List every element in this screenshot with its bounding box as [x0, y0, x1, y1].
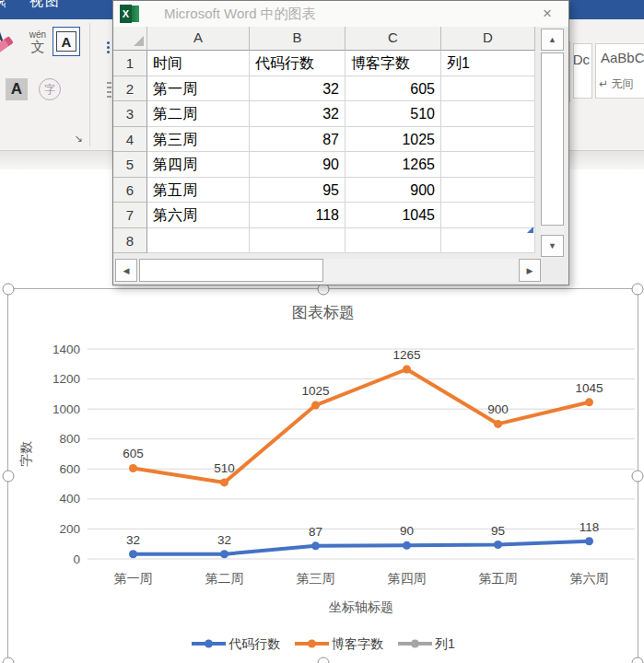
phonetic-guide-button[interactable]: wén 文: [26, 27, 50, 58]
scroll-down-button[interactable]: ▼: [541, 235, 564, 257]
character-border-icon: A: [56, 31, 76, 52]
y-axis-ticks: 0200400600800100012001400: [53, 343, 80, 566]
cell-A4[interactable]: 第三周: [147, 127, 250, 153]
selection-handle-sw[interactable]: [3, 657, 15, 663]
column-header-c[interactable]: C: [345, 27, 441, 51]
cell-C4[interactable]: 1025: [345, 127, 441, 153]
selection-handle-se[interactable]: [632, 657, 644, 663]
cell-D7[interactable]: [441, 203, 535, 228]
cell-D3[interactable]: [441, 101, 535, 127]
cell-A3[interactable]: 第二周: [147, 101, 250, 127]
cell-D1[interactable]: 列1: [441, 51, 535, 76]
cell-B1[interactable]: 代码行数: [250, 51, 345, 76]
sheet-rows: 1时间代码行数博客字数列12第一周326053第二周325104第三周87102…: [113, 51, 535, 253]
cell-D2[interactable]: [441, 76, 535, 102]
row-header-8[interactable]: 8: [113, 228, 147, 254]
cell-B3[interactable]: 32: [250, 101, 345, 127]
row-header-2[interactable]: 2: [113, 76, 147, 102]
svg-text:32: 32: [126, 533, 140, 547]
vertical-scrollbar[interactable]: ▲ ▼: [541, 28, 564, 258]
cell-A1[interactable]: 时间: [147, 51, 250, 76]
cell-B6[interactable]: 95: [250, 178, 345, 204]
close-icon[interactable]: ×: [533, 3, 561, 25]
svg-text:1000: 1000: [53, 402, 80, 416]
cell-A7[interactable]: 第六周: [147, 203, 250, 228]
vertical-scroll-thumb[interactable]: [541, 52, 564, 226]
scroll-left-button[interactable]: ◀: [115, 259, 137, 282]
cell-B5[interactable]: 90: [250, 152, 345, 178]
cell-C8[interactable]: [345, 228, 441, 254]
svg-text:第三周: 第三周: [297, 571, 335, 586]
cell-A2[interactable]: 第一周: [147, 76, 250, 102]
popup-body: A B C D 1时间代码行数博客字数列12第一周326053第二周325104…: [113, 27, 568, 285]
cell-C5[interactable]: 1265: [345, 152, 441, 178]
svg-text:第五周: 第五周: [479, 571, 518, 586]
cell-D4[interactable]: [441, 127, 535, 153]
ribbon-tab-view[interactable]: 视图: [29, 0, 61, 10]
data-range-corner-handle[interactable]: [527, 227, 533, 233]
column-header-d[interactable]: D: [441, 27, 535, 51]
selection-handle-w[interactable]: [3, 471, 15, 483]
svg-text:95: 95: [491, 524, 505, 538]
selection-handle-nw[interactable]: [3, 284, 15, 296]
cell-D5[interactable]: [441, 152, 535, 178]
svg-text:博客字数: 博客字数: [332, 636, 383, 651]
cell-A8[interactable]: [147, 228, 250, 254]
chart-title[interactable]: 图表标题: [292, 304, 355, 321]
cell-A5[interactable]: 第四周: [147, 152, 250, 178]
selection-handle-e[interactable]: [632, 471, 644, 483]
style-card-partial[interactable]: Dc: [573, 43, 592, 99]
column-header-a[interactable]: A: [147, 27, 250, 51]
character-shading-button[interactable]: A: [3, 76, 30, 102]
svg-text:400: 400: [59, 492, 80, 506]
row-header-1[interactable]: 1: [113, 51, 147, 76]
scroll-up-button[interactable]: ▲: [541, 29, 564, 51]
scroll-right-button[interactable]: ▶: [519, 259, 541, 282]
row-header-6[interactable]: 6: [113, 178, 147, 204]
gridlines: [88, 349, 635, 559]
cell-A6[interactable]: 第五周: [147, 178, 250, 204]
table-row: 3第二周32510: [113, 101, 535, 127]
character-border-button[interactable]: A: [53, 27, 80, 56]
cell-C6[interactable]: 900: [345, 178, 441, 204]
horizontal-scroll-thumb[interactable]: [139, 259, 323, 282]
cell-B7[interactable]: 118: [250, 203, 345, 228]
cell-C2[interactable]: 605: [345, 76, 441, 102]
svg-text:600: 600: [59, 462, 80, 476]
column-header-b[interactable]: B: [250, 27, 345, 51]
clear-formatting-button[interactable]: A: [0, 29, 17, 56]
cell-B8[interactable]: [250, 228, 345, 254]
select-all-corner[interactable]: [113, 27, 147, 51]
enclose-characters-button[interactable]: 字: [37, 76, 63, 102]
popup-title-bar[interactable]: X Microsoft Word 中的图表 ×: [113, 1, 568, 27]
style-card-partial-sample: Dc: [573, 52, 590, 67]
cell-B4[interactable]: 87: [250, 127, 345, 153]
chart-legend[interactable]: 代码行数博客字数列1: [192, 636, 455, 651]
svg-text:第六周: 第六周: [570, 571, 609, 586]
ribbon-tab-partial[interactable]: 阅: [0, 0, 6, 10]
svg-text:118: 118: [580, 520, 600, 534]
cell-B2[interactable]: 32: [250, 76, 345, 102]
selection-handle-s[interactable]: [318, 657, 330, 663]
svg-text:代码行数: 代码行数: [228, 636, 280, 651]
horizontal-scrollbar[interactable]: ◀ ▶: [115, 259, 541, 282]
row-header-7[interactable]: 7: [113, 203, 147, 228]
series-代码行数[interactable]: 3232879095118: [126, 520, 599, 559]
chart-svg[interactable]: 图表标题0200400600800100012001400第一周第二周第三周第四…: [8, 289, 638, 663]
selection-handle-ne[interactable]: [632, 284, 644, 296]
font-dialog-launcher[interactable]: ↘: [72, 132, 85, 145]
row-header-3[interactable]: 3: [113, 101, 147, 127]
cell-C1[interactable]: 博客字数: [345, 51, 441, 76]
svg-text:32: 32: [217, 533, 231, 547]
cell-C3[interactable]: 510: [345, 101, 441, 127]
style-card-no-spacing[interactable]: AaBbC ↵ 无间: [595, 43, 644, 99]
chart-object[interactable]: 图表标题0200400600800100012001400第一周第二周第三周第四…: [7, 288, 638, 663]
row-header-5[interactable]: 5: [113, 152, 147, 178]
x-axis-title[interactable]: 坐标轴标题: [328, 599, 393, 614]
cell-D6[interactable]: [441, 178, 535, 204]
row-header-4[interactable]: 4: [113, 127, 147, 153]
cell-C7[interactable]: 1045: [345, 203, 441, 228]
cell-D8[interactable]: [441, 228, 535, 254]
y-axis-title[interactable]: 字数: [18, 441, 33, 467]
series-博客字数[interactable]: 605510102512659001045: [123, 348, 603, 486]
